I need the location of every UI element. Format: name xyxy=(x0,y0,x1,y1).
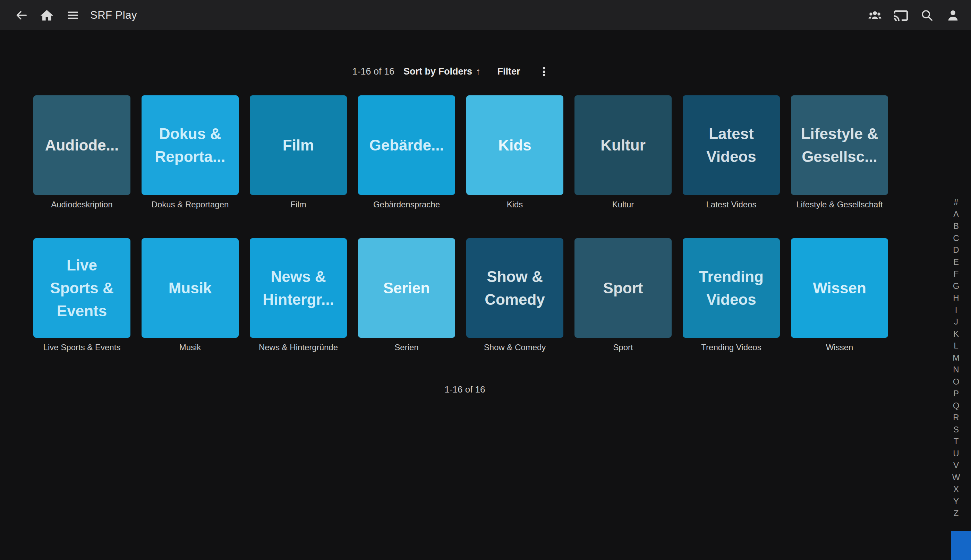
alphabet-letter-P[interactable]: P xyxy=(948,388,964,400)
folder-tile-cell: KulturKultur xyxy=(574,95,672,210)
alphabet-letter-W[interactable]: W xyxy=(948,472,964,484)
sort-button[interactable]: Sort by Folders ↑ xyxy=(404,66,481,77)
user-profile-button[interactable] xyxy=(945,8,961,23)
folder-tile-cell: Latest VideosLatest Videos xyxy=(683,95,780,210)
folder-tile-cell: Lifestyle & Gesellsc...Lifestyle & Gesel… xyxy=(791,95,888,210)
alphabet-letter-T[interactable]: T xyxy=(948,435,964,448)
folder-tile[interactable]: Film xyxy=(250,95,347,195)
folder-tile[interactable]: Live Sports & Events xyxy=(33,238,130,338)
alphabet-letter-M[interactable]: M xyxy=(948,352,964,364)
alphabet-letter-Q[interactable]: Q xyxy=(948,400,964,412)
folder-tile-cell: Show & ComedyShow & Comedy xyxy=(466,238,563,352)
alphabet-letter-E[interactable]: E xyxy=(948,256,964,268)
folder-caption: Live Sports & Events xyxy=(33,343,130,352)
alphabet-letter-O[interactable]: O xyxy=(948,376,964,388)
folder-caption: Kids xyxy=(466,200,563,210)
folder-caption: Serien xyxy=(358,343,455,352)
folder-tile-cell: KidsKids xyxy=(466,95,563,210)
sort-ascending-arrow-icon: ↑ xyxy=(475,66,481,77)
overflow-menu-button[interactable]: ⋮ xyxy=(539,66,550,77)
folder-tile-title: Show & Comedy xyxy=(485,265,545,311)
folder-tile[interactable]: Trending Videos xyxy=(683,238,780,338)
alphabet-letter-hash[interactable]: # xyxy=(948,196,964,208)
folder-tile[interactable]: Serien xyxy=(358,238,455,338)
folder-tile[interactable]: Musik xyxy=(142,238,239,338)
alphabet-letter-L[interactable]: L xyxy=(948,340,964,352)
top-app-bar: SRF Play xyxy=(0,0,971,30)
scrollbar-thumb[interactable] xyxy=(951,531,971,560)
back-button[interactable] xyxy=(13,8,28,23)
hamburger-menu-icon xyxy=(65,8,80,23)
alphabet-letter-Y[interactable]: Y xyxy=(948,495,964,508)
syncplay-button[interactable] xyxy=(867,8,883,23)
folder-tile[interactable]: Wissen xyxy=(791,238,888,338)
back-arrow-icon xyxy=(13,8,28,23)
folder-tile[interactable]: Kultur xyxy=(574,95,672,195)
folder-tile[interactable]: Kids xyxy=(466,95,563,195)
alphabet-letter-D[interactable]: D xyxy=(948,244,964,256)
folder-caption: Show & Comedy xyxy=(466,343,563,352)
alphabet-letter-J[interactable]: J xyxy=(948,316,964,328)
folder-tile-title: Lifestyle & Gesellsc... xyxy=(801,122,878,168)
menu-button[interactable] xyxy=(65,8,80,23)
folder-caption: Musik xyxy=(142,343,239,352)
alphabet-letter-S[interactable]: S xyxy=(948,424,964,436)
alphabet-letter-C[interactable]: C xyxy=(948,232,964,245)
alphabet-letter-N[interactable]: N xyxy=(948,364,964,376)
alphabet-letter-K[interactable]: K xyxy=(948,328,964,340)
folder-tile-title: Sport xyxy=(603,277,643,300)
page-title: SRF Play xyxy=(90,9,137,22)
folder-tile[interactable]: Lifestyle & Gesellsc... xyxy=(791,95,888,195)
home-icon xyxy=(40,8,54,23)
folder-tile[interactable]: Gebärde... xyxy=(358,95,455,195)
alphabet-letter-F[interactable]: F xyxy=(948,268,964,280)
filter-button[interactable]: Filter xyxy=(497,66,521,77)
alphabet-letter-R[interactable]: R xyxy=(948,412,964,424)
folder-caption: Film xyxy=(250,200,347,210)
list-toolbar: 1-16 of 16 Sort by Folders ↑ Filter ⋮ xyxy=(0,62,902,81)
folder-tile-cell: MusikMusik xyxy=(142,238,239,352)
alphabet-letter-B[interactable]: B xyxy=(948,220,964,232)
cast-button[interactable] xyxy=(893,8,909,23)
alphabet-letter-H[interactable]: H xyxy=(948,292,964,304)
folder-caption: Kultur xyxy=(574,200,672,210)
folder-caption: Trending Videos xyxy=(683,343,780,352)
folder-tile[interactable]: Audiode... xyxy=(33,95,130,195)
folder-tile-title: Kids xyxy=(498,134,531,157)
cast-icon xyxy=(893,8,909,23)
folder-tile-cell: Gebärde...Gebärdensprache xyxy=(358,95,455,210)
folder-grid: Audiode...AudiodeskriptionDokus & Report… xyxy=(33,95,888,352)
alphabet-letter-U[interactable]: U xyxy=(948,448,964,460)
search-button[interactable] xyxy=(919,8,934,23)
alphabet-letter-Z[interactable]: Z xyxy=(948,507,964,520)
people-group-icon xyxy=(867,8,883,23)
folder-tile-cell: FilmFilm xyxy=(250,95,347,210)
paging-count: 1-16 of 16 xyxy=(352,66,394,77)
folder-tile-cell: Trending VideosTrending Videos xyxy=(683,238,780,352)
alphabet-letter-V[interactable]: V xyxy=(948,460,964,472)
folder-tile[interactable]: News & Hintergr... xyxy=(250,238,347,338)
folder-tile[interactable]: Dokus & Reporta... xyxy=(142,95,239,195)
folder-tile-title: Serien xyxy=(383,277,430,300)
folder-caption: Latest Videos xyxy=(683,200,780,210)
alphabet-letter-I[interactable]: I xyxy=(948,304,964,316)
alphabet-letter-X[interactable]: X xyxy=(948,483,964,495)
folder-tile-title: Dokus & Reporta... xyxy=(155,122,225,168)
alphabet-letter-G[interactable]: G xyxy=(948,280,964,292)
folder-tile-cell: SerienSerien xyxy=(358,238,455,352)
folder-caption: Gebärdensprache xyxy=(358,200,455,210)
alphabet-picker: #ABCDEFGHIJKLMNOPQRSTUVWXYZ xyxy=(948,196,964,520)
folder-tile[interactable]: Show & Comedy xyxy=(466,238,563,338)
folder-tile[interactable]: Latest Videos xyxy=(683,95,780,195)
folder-tile-title: Musik xyxy=(169,277,212,300)
home-button[interactable] xyxy=(39,8,55,23)
folder-caption: Audiodeskription xyxy=(33,200,130,210)
folder-tile-cell: Audiode...Audiodeskription xyxy=(33,95,130,210)
folder-tile-title: Kultur xyxy=(601,134,646,157)
folder-tile-cell: WissenWissen xyxy=(791,238,888,352)
folder-caption: Dokus & Reportagen xyxy=(142,200,239,210)
folder-tile-title: Film xyxy=(283,134,314,157)
folder-tile-title: Latest Videos xyxy=(706,122,756,168)
alphabet-letter-A[interactable]: A xyxy=(948,208,964,220)
folder-tile[interactable]: Sport xyxy=(574,238,672,338)
